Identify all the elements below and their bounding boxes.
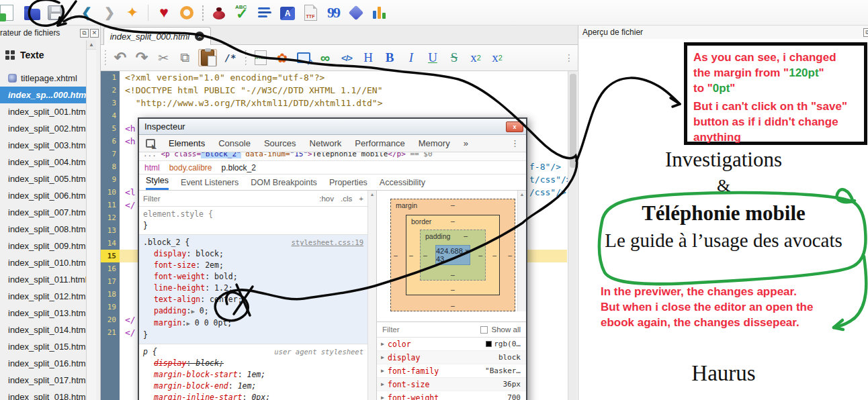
code-tag-icon[interactable] [339, 49, 355, 66]
scroll-up-arrow[interactable]: ▲ [87, 40, 96, 50]
tab-accessibility[interactable]: Accessibility [380, 178, 425, 190]
box-model-diagram[interactable]: margin – – – – border – – – – padding – … [390, 199, 515, 311]
subscript-icon[interactable]: x2 [468, 49, 484, 66]
expand-arrow-icon[interactable]: ▶ [381, 354, 388, 360]
file-item[interactable]: index_split_016.html [0, 355, 86, 372]
bold-icon[interactable]: B [382, 49, 398, 66]
save-icon[interactable] [46, 3, 64, 22]
content-box-size[interactable]: 424.688 × 43 [435, 245, 470, 265]
back-icon[interactable] [77, 3, 96, 22]
file-item[interactable]: index_split_008.html [0, 221, 86, 238]
scrollbar-thumb[interactable] [570, 74, 576, 168]
dom-tree-selected-row[interactable]: ... <p class="block_2" data-inum="15">Te… [139, 152, 526, 161]
margin-bottom-value[interactable]: – [451, 301, 455, 309]
inspector-titlebar[interactable]: Inspecteur x [139, 119, 526, 135]
css-property-overridden[interactable]: display: block; [143, 358, 363, 369]
file-item[interactable]: index_split_004.html [0, 154, 86, 170]
file-item[interactable]: index_split_006.html [0, 187, 86, 204]
file-item[interactable]: index_split_010.html [0, 254, 86, 271]
stylesheet-source-link[interactable]: stylesheet.css:19 [292, 237, 363, 248]
cls-toggle[interactable]: .cls [341, 195, 352, 203]
box-model-scrollbar[interactable]: ▲ [517, 191, 526, 311]
tab-close-icon[interactable]: ✕ [195, 32, 204, 41]
file-item[interactable]: index_split_012.html [0, 288, 86, 305]
devtools-menu-icon[interactable]: ⋮ [511, 138, 519, 148]
computed-property-display[interactable]: ▶displayblock [377, 351, 526, 364]
tab-event-listeners[interactable]: Event Listeners [181, 178, 238, 190]
texte-section-header[interactable]: Texte [5, 50, 44, 60]
float-preview-icon[interactable]: ⧉ [863, 28, 868, 37]
file-item[interactable]: index_split_005.html [0, 170, 86, 187]
toolbar-drag-handle[interactable] [244, 49, 247, 66]
border-top-value[interactable]: – [451, 217, 455, 225]
css-property[interactable]: font-weight: bold; [143, 271, 363, 283]
toolbar-overflow-icon[interactable]: ⋮ [564, 52, 574, 63]
file-item[interactable]: index_split_002.html [0, 120, 86, 137]
image-browser-icon[interactable] [296, 49, 312, 66]
redo-icon[interactable] [134, 49, 150, 66]
beautify-text-icon[interactable] [255, 3, 274, 22]
element-picker-icon[interactable] [146, 139, 155, 148]
padding-right-value[interactable]: – [478, 251, 482, 259]
underline-icon[interactable]: U [425, 49, 441, 66]
border-left-value[interactable]: – [409, 251, 413, 259]
paste-icon[interactable] [198, 49, 217, 66]
file-item[interactable]: index_split_015.html [0, 338, 86, 355]
file-list-scrollbar[interactable]: ▲ [86, 40, 96, 400]
file-item[interactable]: index_split_013.html [0, 305, 86, 321]
css-property-margin[interactable]: margin:▶ 0 0 0pt; [143, 317, 363, 330]
margin-left-value[interactable]: – [394, 251, 398, 259]
file-item[interactable]: index_split_014.html [0, 321, 86, 338]
toolbar-drag-handle[interactable] [103, 49, 107, 66]
computed-property-font-family[interactable]: ▶font-family"Basker… [377, 364, 526, 378]
computed-property-color[interactable]: ▶colorrgb(0… [377, 338, 526, 351]
spell-check-icon[interactable] [232, 3, 251, 22]
expand-arrow-icon[interactable]: ▶ [381, 395, 388, 400]
tab-memory[interactable]: Memory [419, 138, 450, 148]
file-item[interactable]: index_split_001.html [0, 103, 86, 120]
file-item[interactable]: index_split_011.html [0, 271, 86, 288]
float-panel-icon[interactable]: ⧉ [80, 29, 89, 38]
pin-icon[interactable] [123, 3, 142, 22]
margin-right-value[interactable]: – [508, 251, 512, 259]
expand-arrow-icon[interactable]: ▶ [381, 341, 388, 347]
border-bottom-value[interactable]: – [451, 285, 455, 293]
tab-performance[interactable]: Performance [355, 138, 404, 148]
reports-chart-icon[interactable] [370, 3, 388, 22]
cut-icon[interactable] [155, 49, 171, 66]
css-property[interactable]: font-size: 2em; [143, 260, 363, 271]
italic-icon[interactable]: I [403, 49, 419, 66]
show-all-checkbox[interactable] [480, 326, 488, 334]
tab-elements[interactable]: Elements [169, 138, 205, 148]
tab-properties[interactable]: Properties [329, 178, 367, 190]
undo-icon[interactable] [112, 49, 128, 66]
tab-index-split-000[interactable]: index_split_000.html ✕ [103, 27, 211, 45]
remove-css-eraser-icon[interactable] [347, 3, 365, 22]
file-item[interactable]: index_split_007.html [0, 204, 86, 221]
editor-scrollbar[interactable] [568, 71, 577, 400]
css-property[interactable]: margin-inline-start: 0px; [143, 392, 363, 400]
hov-toggle[interactable]: :hov [319, 195, 334, 203]
file-item[interactable]: index_split_017.html [0, 372, 86, 389]
manage-fonts-icon[interactable]: TTF [301, 3, 320, 22]
translate-book-icon[interactable]: A [278, 3, 297, 22]
donate-heart-icon[interactable] [155, 3, 173, 22]
tab-network[interactable]: Network [310, 138, 342, 148]
tab-dom-breakpoints[interactable]: DOM Breakpoints [251, 178, 317, 190]
padding-top-value[interactable]: – [464, 232, 468, 240]
styles-scrollbar[interactable]: ▲ [367, 191, 376, 400]
computed-property-font-weight[interactable]: ▶font-weight700 [377, 391, 526, 400]
new-rule-plus[interactable]: + [359, 195, 363, 203]
tab-sources[interactable]: Sources [264, 138, 296, 148]
css-property[interactable]: margin-block-end: 1em; [143, 381, 363, 392]
user-agent-p-rule[interactable]: user agent stylesheetp { display: block;… [139, 344, 367, 400]
forward-icon[interactable] [100, 3, 119, 22]
padding-bottom-value[interactable]: – [451, 270, 455, 279]
heading-icon[interactable]: H [360, 49, 376, 66]
open-book-icon[interactable] [23, 3, 42, 22]
file-item-titlepage[interactable]: titlepage.xhtml [0, 70, 86, 87]
file-item[interactable]: index_split_018.html [0, 389, 86, 400]
file-item[interactable]: index_split_009.html [0, 238, 86, 254]
expand-shorthand-icon[interactable]: ▶ [191, 308, 194, 315]
element-style-rule[interactable]: element.style { } [139, 207, 367, 235]
